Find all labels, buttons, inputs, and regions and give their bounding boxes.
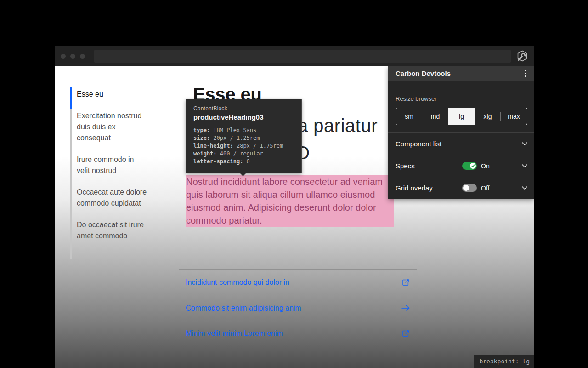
breakpoint-status-badge: breakpoint: lg [474,355,534,368]
toc-item[interactable]: Exercitation nostrud duis duis ex conseq… [77,110,148,144]
link-label[interactable]: Minim velit minim Lorem enim [186,329,283,338]
tooltip-pointer [239,172,247,176]
browser-window: Esse eu Exercitation nostrud duis duis e… [55,46,534,368]
link-label[interactable]: Commodo sit enim adipisicing anim [186,304,301,312]
devtools-accordion: Component list Specs [388,132,534,199]
arrow-right-icon[interactable] [401,304,410,313]
accordion-row-specs[interactable]: Specs On [388,155,534,177]
link-row[interactable]: Commodo sit enim adipisicing anim [179,295,417,321]
toggle-state-label: Off [481,184,489,192]
row-label: Specs [396,162,462,170]
toggle-knob [470,163,476,169]
devtools-title: Carbon Devtools [396,69,451,77]
wrench-hexagon-icon [515,49,529,63]
window-controls[interactable] [61,54,85,59]
toc-item[interactable]: Occaecat aute dolore commodo cupidatat [77,187,148,209]
tooltip-type-token: productiveHeading03 [193,113,294,121]
table-of-contents: Esse eu Exercitation nostrud duis duis e… [77,89,148,252]
toc-rule [70,87,72,259]
breakpoint-button-group: sm md lg xlg max [396,108,527,125]
specs-tooltip: ContentBlock productiveHeading03 type: I… [186,99,302,173]
toc-item[interactable]: Irure commodo in velit nostrud [77,154,148,176]
breakpoint-button-sm[interactable]: sm [396,108,422,125]
breakpoint-button-xlg[interactable]: xlg [475,108,501,125]
window-dot-icon[interactable] [61,54,66,59]
row-label: Grid overlay [396,184,462,192]
breakpoint-button-lg[interactable]: lg [448,108,475,125]
kebab-menu-icon[interactable] [523,68,528,79]
spec-line: type: IBM Plex Sans [193,126,294,134]
address-bar-input[interactable] [94,50,511,63]
accordion-row-grid-overlay[interactable]: Grid overlay Off [388,177,534,199]
breakpoint-button-md[interactable]: md [422,108,448,125]
link-label[interactable]: Incididunt commodo qui dolor in [186,278,289,287]
devtools-header: Carbon Devtools [388,66,534,81]
spec-line: weight: 400 / regular [193,150,294,158]
tooltip-specs-list: type: IBM Plex Sans size: 20px / 1.25rem… [193,126,294,166]
chevron-down-icon[interactable] [521,164,528,168]
devtools-panel: Carbon Devtools Resize browser sm md lg … [388,66,534,199]
row-label: Component list [396,140,462,148]
accordion-row-component-list[interactable]: Component list [388,132,534,155]
spec-line: size: 20px / 1.25rem [193,134,294,142]
breakpoint-button-max[interactable]: max [501,108,527,125]
specs-toggle-on[interactable] [462,162,477,170]
window-dot-icon[interactable] [70,54,75,59]
launch-icon[interactable] [401,329,410,338]
link-list: Incididunt commodo qui dolor in Commodo … [179,269,417,346]
spec-line: letter-spacing: 0 [193,158,294,166]
tooltip-component-name: ContentBlock [193,105,294,112]
page-viewport: Esse eu Exercitation nostrud duis duis e… [55,66,534,368]
resize-browser-label: Resize browser [396,95,437,102]
browser-chrome [55,46,534,66]
launch-icon[interactable] [401,278,410,287]
toc-item[interactable]: Esse eu [77,89,148,100]
window-dot-icon[interactable] [80,54,85,59]
chevron-down-icon[interactable] [521,186,528,190]
devtools-extension-button[interactable] [515,49,529,63]
toggle-state-label: On [481,162,490,170]
chevron-down-icon[interactable] [521,142,528,146]
spec-line: line-height: 28px / 1.75rem [193,142,294,150]
grid-overlay-toggle-off[interactable] [462,184,477,192]
link-row[interactable]: Incididunt commodo qui dolor in [179,269,417,295]
subtitle-fragment: a pariatur [298,116,378,135]
toc-item[interactable]: Do occaecat sit irure amet commodo [77,219,148,242]
highlighted-paragraph: Nostrud incididunt labore consectetur ad… [186,175,394,227]
toggle-knob [463,185,469,191]
toc-active-indicator [70,87,72,109]
link-row[interactable]: Minim velit minim Lorem enim [179,321,417,346]
